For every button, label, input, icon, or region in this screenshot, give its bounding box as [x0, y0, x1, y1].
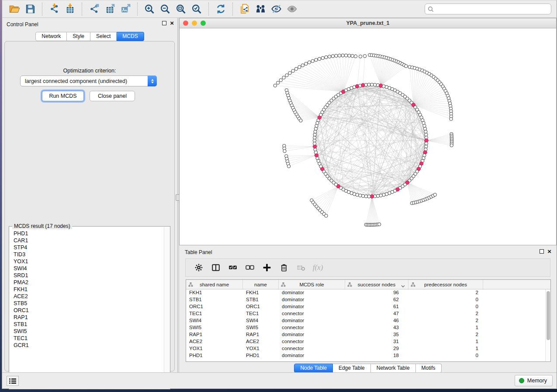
table-scrollbar[interactable] — [545, 289, 550, 361]
mcds-result-item[interactable]: SWI4 — [14, 265, 163, 272]
graph-node[interactable] — [374, 83, 377, 86]
mcds-result-item[interactable]: PMA2 — [14, 279, 163, 286]
graph-node[interactable] — [313, 136, 316, 139]
mcds-result-item[interactable]: STB1 — [14, 321, 163, 328]
graph-node[interactable] — [328, 55, 331, 58]
mcds-result-item[interactable]: RAP1 — [14, 314, 163, 321]
add-column-button[interactable] — [258, 260, 275, 275]
automation-panel-button[interactable] — [7, 376, 19, 386]
graph-node[interactable] — [283, 149, 286, 152]
delete-column-button[interactable] — [275, 260, 292, 275]
graph-node[interactable] — [311, 59, 314, 62]
graph-node[interactable] — [338, 54, 341, 57]
first-neighbors-button[interactable] — [253, 2, 268, 16]
close-panel-icon[interactable]: × — [170, 21, 174, 25]
hide-selected-button[interactable] — [268, 2, 284, 16]
table-row[interactable]: YOX1YOX1connector291 — [186, 345, 550, 352]
graph-node[interactable] — [433, 193, 436, 196]
mcds-result-item[interactable]: ACE2 — [14, 293, 163, 300]
graph-node[interactable] — [308, 61, 311, 64]
column-header-successor-nodes[interactable]: successor nodes — [345, 280, 408, 289]
mcds-result-item[interactable]: STP4 — [14, 244, 163, 251]
graph-node[interactable] — [313, 142, 316, 145]
graph-node[interactable] — [318, 57, 321, 60]
graph-node[interactable] — [298, 65, 301, 69]
graph-node[interactable] — [279, 79, 282, 82]
graph-node[interactable] — [314, 151, 317, 154]
close-panel-button[interactable]: Close panel — [90, 91, 135, 101]
mcds-result-item[interactable]: SRD1 — [14, 272, 163, 279]
graph-node[interactable] — [364, 195, 367, 198]
graph-node[interactable] — [450, 144, 453, 147]
mcds-list-scrollbar[interactable] — [164, 227, 170, 389]
graph-node[interactable] — [299, 119, 302, 122]
optimization-criterion-select[interactable]: largest connected component (undirected) — [20, 76, 157, 86]
mcds-result-list[interactable]: PHD1CAR1STP4TID3YOX1SWI4SRD1PMA2FKH1ACE2… — [14, 230, 163, 387]
deselect-all-button[interactable] — [241, 260, 258, 275]
network-graph[interactable] — [180, 28, 557, 245]
graph-node[interactable] — [424, 130, 427, 133]
table-row[interactable]: RAP1RAP1dominator352 — [186, 331, 550, 338]
tab-mcds[interactable]: MCDS — [117, 32, 144, 41]
close-table-panel-icon[interactable]: × — [547, 249, 551, 254]
graph-node[interactable] — [423, 127, 426, 130]
float-panel-icon[interactable] — [162, 21, 166, 25]
run-mcds-button[interactable]: Run MCDS — [42, 91, 84, 101]
graph-node[interactable] — [364, 83, 367, 86]
graph-node[interactable] — [359, 194, 362, 197]
mcds-result-item[interactable]: ORC1 — [14, 307, 163, 314]
graph-node[interactable] — [361, 194, 364, 197]
import-network-button[interactable] — [46, 2, 62, 16]
table-row[interactable]: SWI4SWI4dominator462 — [186, 317, 550, 324]
graph-node[interactable] — [367, 195, 370, 198]
graph-node[interactable] — [450, 117, 453, 120]
graph-node[interactable] — [370, 83, 374, 86]
graph-node[interactable] — [313, 133, 316, 136]
graph-node[interactable] — [348, 54, 351, 57]
column-header-shared-name[interactable]: shared name — [186, 280, 243, 289]
split-panel-button[interactable] — [207, 260, 224, 275]
tab-style[interactable]: Style — [67, 32, 90, 41]
graph-node[interactable] — [325, 55, 328, 58]
refresh-layout-button[interactable] — [213, 2, 228, 16]
mcds-result-item[interactable]: YOX1 — [14, 258, 163, 265]
graph-node[interactable] — [273, 84, 277, 87]
export-image-button[interactable] — [118, 2, 133, 16]
zoom-out-button[interactable] — [157, 2, 173, 16]
graph-node[interactable] — [351, 54, 354, 57]
graph-node[interactable] — [344, 54, 347, 57]
graph-node[interactable] — [282, 76, 285, 79]
mcds-result-item[interactable]: SWI5 — [14, 328, 163, 335]
column-header-name[interactable]: name — [243, 280, 279, 289]
graph-node[interactable] — [325, 214, 328, 217]
graph-node[interactable] — [313, 139, 316, 142]
column-header-predecessor-nodes[interactable]: predecessor nodes — [408, 280, 483, 289]
graph-node[interactable] — [425, 142, 428, 145]
graph-node[interactable] — [359, 55, 362, 58]
graph-node[interactable] — [378, 223, 381, 226]
graph-node[interactable] — [304, 62, 308, 65]
graph-node[interactable] — [288, 72, 291, 75]
tab-motifs[interactable]: Motifs — [416, 364, 442, 373]
graph-node[interactable] — [363, 55, 366, 58]
mcds-result-item[interactable]: FKH1 — [14, 286, 163, 293]
mcds-result-item[interactable]: CAR1 — [14, 237, 163, 244]
tab-edge-table[interactable]: Edge Table — [333, 364, 371, 373]
mcds-result-item[interactable]: TEC1 — [14, 335, 163, 342]
graph-node[interactable] — [287, 165, 290, 168]
search-input[interactable] — [434, 4, 548, 14]
table-row[interactable]: STB1STB1dominator620 — [186, 296, 550, 303]
graph-node[interactable] — [321, 56, 324, 59]
table-row[interactable]: SWI5SWI5connector431 — [186, 324, 550, 331]
zoom-in-button[interactable] — [142, 2, 157, 16]
graph-node[interactable] — [405, 65, 408, 68]
mcds-result-item[interactable]: TID3 — [14, 251, 163, 258]
column-header-MCDS-role[interactable]: MCDS role — [279, 280, 345, 289]
zoom-selected-button[interactable] — [189, 2, 204, 16]
mcds-result-item[interactable]: PHD1 — [14, 230, 163, 237]
table-row[interactable]: ORC1ORC1dominator610 — [186, 303, 550, 310]
search-box[interactable] — [425, 3, 551, 14]
table-row[interactable]: PHD1PHD1dominator180 — [186, 352, 550, 359]
zoom-fit-button[interactable] — [173, 2, 189, 16]
save-button[interactable] — [22, 2, 38, 16]
